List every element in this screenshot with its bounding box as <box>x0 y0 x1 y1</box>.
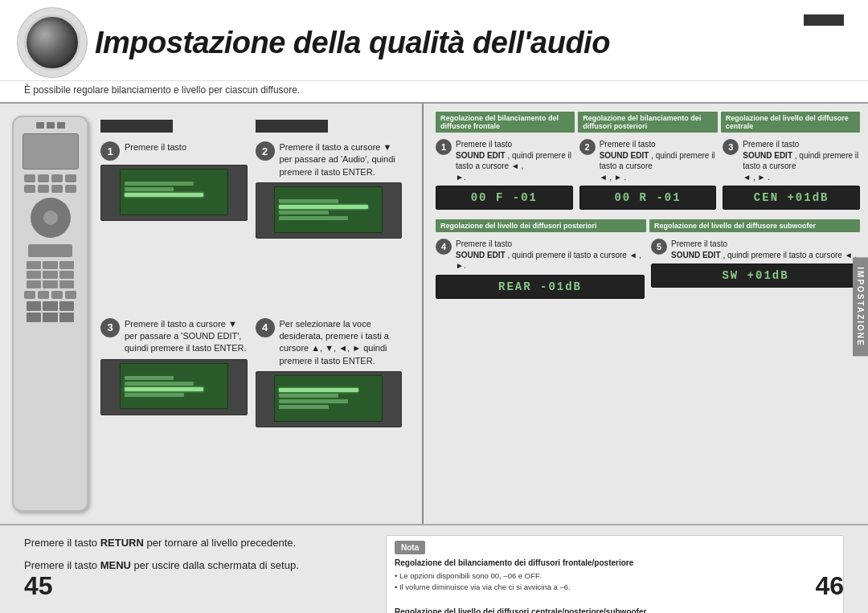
rs5-bold: SOUND EDIT <box>671 251 721 260</box>
remote-num2 <box>43 261 58 269</box>
right-step-4-header: 4 Premere il tasto SOUND EDIT , quindi p… <box>436 239 645 272</box>
left-step-3: 3 Premere il tasto a cursore ▼ per passa… <box>100 318 248 509</box>
remote-nav-center <box>43 210 58 225</box>
step-1-number: 1 <box>100 141 120 161</box>
screen-line <box>125 376 174 380</box>
left-panel: 1 Premere il tasto 2 Premere <box>0 104 418 524</box>
screen-line <box>279 199 338 203</box>
remote-num6 <box>59 271 75 279</box>
remote-btn-top3 <box>57 122 65 129</box>
remote-num1 <box>27 261 42 269</box>
remote-btn-r5 <box>24 185 35 193</box>
step-3-text: Premere il tasto a cursore ▼ per passare… <box>125 318 248 355</box>
right-step-4-number: 4 <box>436 239 452 255</box>
rs3-line3: ◄ , ► . <box>743 173 770 182</box>
rs4-line2: , quindi premere il tasto a cursore ◄ , <box>507 251 641 260</box>
remote-num8 <box>43 280 58 288</box>
remote-bottom-btn6 <box>59 313 75 322</box>
remote-num7 <box>27 280 42 288</box>
right-step-2-display: 00 R -01 <box>579 186 717 210</box>
section-header-2: Regolazione del bilanciamento dei diffus… <box>578 112 717 133</box>
screen-line <box>125 393 184 397</box>
screen-line-selected <box>125 193 204 197</box>
right-step-5-number: 5 <box>651 239 667 255</box>
remote-btn-r2 <box>38 174 49 182</box>
step-1-text: Premere il tasto <box>125 141 186 153</box>
rs2-bold: SOUND EDIT <box>600 151 649 160</box>
left-steps-area: 1 Premere il tasto 2 Premere <box>96 116 406 512</box>
bottom-right: Nota Regolazione del bilanciamento dei d… <box>386 535 844 613</box>
remote-bottom-btn5 <box>43 313 58 322</box>
main-content: 1 Premere il tasto 2 Premere <box>0 104 868 524</box>
section-header-1: Regolazione del bilanciamento del diffus… <box>436 112 575 133</box>
nota-section-1-title: Regolazione del bilanciamento dei diffus… <box>395 557 835 569</box>
step-3-header: 3 Premere il tasto a cursore ▼ per passa… <box>100 318 248 355</box>
remote-btn-b1 <box>24 291 35 299</box>
step-4-text: Per selezionare la voce desiderata, prem… <box>280 318 403 368</box>
rs4-line1: Premere il tasto <box>456 239 512 248</box>
remote-btn-r6 <box>38 185 49 193</box>
screen-line-selected <box>125 387 204 391</box>
remote-btn-top1 <box>36 122 44 129</box>
left-step-2: 2 Premere il tasto a cursore ▼ per passa… <box>256 120 403 310</box>
remote-nav <box>31 198 71 238</box>
page-number-right: 46 <box>815 571 844 601</box>
remote-bottom-btn2 <box>43 301 58 311</box>
remote-num3 <box>59 261 75 269</box>
screen-line <box>279 405 329 409</box>
right-step-1-header: 1 Premere il tasto SOUND EDIT , quindi p… <box>436 139 573 182</box>
step-3-screen-inner <box>120 363 228 410</box>
right-steps-top: 1 Premere il tasto SOUND EDIT , quindi p… <box>436 139 860 210</box>
nota-section-2-title: Regolazione del livello dei diffusori ce… <box>395 606 835 614</box>
page-title: Impostazione della qualità dell'audio <box>95 26 610 60</box>
remote-btn-b4 <box>65 291 76 299</box>
right-step-4: 4 Premere il tasto SOUND EDIT , quindi p… <box>436 239 645 299</box>
rs4-line3: ►. <box>456 261 466 270</box>
step-2-screen-inner <box>274 186 383 233</box>
step-4-screen-inner <box>274 375 383 422</box>
right-panel: Regolazione del bilanciamento del diffus… <box>428 104 868 524</box>
left-step-1: 1 Premere il tasto <box>100 120 248 310</box>
right-step-2-header: 2 Premere il tasto SOUND EDIT , quindi p… <box>579 139 717 182</box>
step-2-text: Premere il tasto a cursore ▼ per passare… <box>280 141 403 178</box>
rs5-line2: , quindi premere il tasto a cursore ◄ , <box>723 251 857 260</box>
remote-btn-b2 <box>38 291 49 299</box>
remote-btn-b3 <box>51 291 63 299</box>
nota-label: Nota <box>395 541 425 554</box>
step-1-screen <box>100 165 248 221</box>
right-step-5: 5 Premere il tasto SOUND EDIT , quindi p… <box>651 239 860 299</box>
section-header-3: Regolazione del livello del diffusore ce… <box>721 112 860 133</box>
screen-line <box>125 187 174 191</box>
remote-btn-r4 <box>65 174 76 182</box>
right-step-3-display: CEN +01dB <box>723 186 860 210</box>
screen-line <box>125 382 194 386</box>
screen-line <box>125 182 194 186</box>
logo-icon <box>24 14 80 71</box>
header-bar <box>804 14 844 26</box>
screen-line <box>279 394 338 398</box>
rs1-line1: Premere il tasto <box>456 140 512 149</box>
screen-line <box>279 399 348 403</box>
right-step-2-text: Premere il tasto SOUND EDIT , quindi pre… <box>600 139 717 182</box>
step-2-header: 2 Premere il tasto a cursore ▼ per passa… <box>256 141 403 178</box>
right-step-2-number: 2 <box>579 139 596 155</box>
side-tab: IMPOSTAZIONE <box>853 257 868 356</box>
right-step-4-display: REAR -01dB <box>436 275 645 299</box>
rs1-line3: ►. <box>456 173 466 182</box>
nota-box: Nota Regolazione del bilanciamento dei d… <box>386 535 844 613</box>
remote-control <box>12 116 88 512</box>
left-step-4: 4 Per selezionare la voce desiderata, pr… <box>256 318 403 509</box>
remote-btn-top2 <box>47 122 55 129</box>
step-3-screen <box>100 359 248 415</box>
divider <box>422 104 424 524</box>
screen-line-selected <box>279 388 358 392</box>
page-number-left: 45 <box>24 571 53 601</box>
remote-display <box>23 133 79 170</box>
right-step-2: 2 Premere il tasto SOUND EDIT , quindi p… <box>579 139 717 210</box>
screen-line-selected <box>279 205 368 209</box>
right-step-5-display: SW +01dB <box>651 264 860 288</box>
step-2-number: 2 <box>256 141 275 161</box>
rs2-line3: ◄ , ► . <box>600 173 627 182</box>
header-subtitle: È possibile regolare bilanciamento e liv… <box>0 81 868 104</box>
step-4-number: 4 <box>256 318 275 337</box>
